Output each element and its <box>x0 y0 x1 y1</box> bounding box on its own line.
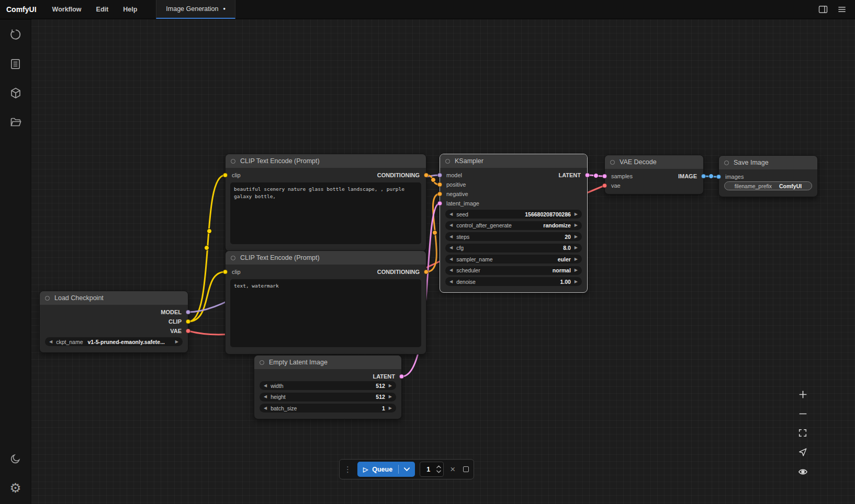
decrement-arrow-icon[interactable]: ◀ <box>449 223 453 227</box>
output-port-conditioning[interactable] <box>424 270 429 274</box>
clear-queue-icon[interactable]: × <box>448 465 457 474</box>
node-save-image[interactable]: Save Image images filename_prefix ComfyU… <box>718 155 818 197</box>
node-header[interactable]: CLIP Text Encode (Prompt) <box>226 154 426 168</box>
output-port-conditioning[interactable] <box>424 173 429 178</box>
widget-batch-size[interactable]: ◀ batch_size 1 ▶ <box>260 404 396 413</box>
link-visibility-eye-icon[interactable] <box>796 466 809 477</box>
prompt-text-area[interactable]: text, watermark <box>230 279 421 347</box>
decrement-arrow-icon[interactable]: ◀ <box>449 257 453 261</box>
drag-handle-icon[interactable]: ⋮ <box>343 465 353 474</box>
output-port-clip[interactable] <box>186 319 190 324</box>
widget-steps[interactable]: ◀ steps 20 ▶ <box>445 232 582 241</box>
increment-arrow-icon[interactable]: ▶ <box>575 246 578 250</box>
settings-gear-icon[interactable]: ⚙ <box>9 481 22 495</box>
increment-arrow-icon[interactable]: ▶ <box>575 280 578 284</box>
queue-button[interactable]: ▷ Queue <box>357 466 398 473</box>
output-port-model[interactable] <box>186 310 190 315</box>
widget-cfg[interactable]: ◀ cfg 8.0 ▶ <box>445 244 582 253</box>
increment-arrow-icon[interactable]: ▶ <box>389 384 392 388</box>
decrement-arrow-icon[interactable]: ◀ <box>449 268 453 272</box>
increment-arrow-icon[interactable]: ▶ <box>575 257 578 261</box>
app-logo[interactable]: ComfyUI <box>0 0 45 19</box>
model-library-icon[interactable] <box>9 86 22 100</box>
menu-edit[interactable]: Edit <box>89 0 116 19</box>
input-port-clip[interactable] <box>223 270 228 274</box>
collapse-dot-icon[interactable] <box>445 159 450 164</box>
theme-moon-icon[interactable] <box>9 452 22 465</box>
workflows-folder-icon[interactable] <box>9 116 22 129</box>
input-port-latent-image[interactable] <box>437 201 442 206</box>
node-header[interactable]: Load Checkpoint <box>40 291 188 305</box>
decrement-arrow-icon[interactable]: ◀ <box>49 340 52 344</box>
menu-help[interactable]: Help <box>116 0 144 19</box>
node-empty-latent-image[interactable]: Empty Latent Image LATENT ◀ width 512 ▶ … <box>254 355 402 419</box>
input-port-negative[interactable] <box>437 192 442 197</box>
fit-view-icon[interactable] <box>796 427 809 439</box>
widget-seed[interactable]: ◀ seed 156680208700286 ▶ <box>445 210 582 219</box>
widget-ckpt-name[interactable]: ◀ ckpt_name v1-5-pruned-emaonly.safete..… <box>45 337 183 346</box>
collapse-dot-icon[interactable] <box>231 256 235 260</box>
tab-image-generation[interactable]: Image Generation ● <box>156 0 235 19</box>
widget-width[interactable]: ◀ width 512 ▶ <box>260 381 396 390</box>
input-port-clip[interactable] <box>223 173 228 178</box>
prompt-text-area[interactable]: beautiful scenery nature glass bottle la… <box>230 182 421 244</box>
zoom-out-icon[interactable] <box>796 408 809 419</box>
increment-arrow-icon[interactable]: ▶ <box>575 235 578 239</box>
zoom-in-icon[interactable] <box>796 388 809 400</box>
widget-scheduler[interactable]: ◀ scheduler normal ▶ <box>445 266 582 275</box>
input-port-model[interactable] <box>437 173 442 178</box>
input-port-images[interactable] <box>716 175 721 179</box>
decrement-arrow-icon[interactable]: ◀ <box>449 235 453 239</box>
node-header[interactable]: CLIP Text Encode (Prompt) <box>226 251 426 265</box>
decrement-arrow-icon[interactable]: ◀ <box>449 280 453 284</box>
collapse-dot-icon[interactable] <box>724 161 729 165</box>
decrement-arrow-icon[interactable]: ◀ <box>449 212 453 216</box>
increment-arrow-icon[interactable]: ▶ <box>175 340 178 344</box>
widget-filename-prefix[interactable]: filename_prefix ComfyUI <box>724 181 812 190</box>
node-header[interactable]: KSampler <box>440 154 587 168</box>
output-port-image[interactable] <box>701 174 706 179</box>
count-increment-icon[interactable] <box>436 465 441 468</box>
input-port-vae[interactable] <box>602 184 607 188</box>
graph-canvas[interactable]: Load Checkpoint MODEL CLIP VAE ◀ ckpt_na… <box>31 19 855 504</box>
node-vae-decode[interactable]: VAE Decode samples IMAGE vae <box>604 155 704 194</box>
node-header[interactable]: Empty Latent Image <box>254 356 401 369</box>
decrement-arrow-icon[interactable]: ◀ <box>264 395 267 399</box>
increment-arrow-icon[interactable]: ▶ <box>389 406 392 410</box>
count-decrement-icon[interactable] <box>436 470 441 473</box>
queue-options-chevron-icon[interactable] <box>399 467 415 472</box>
decrement-arrow-icon[interactable]: ◀ <box>449 246 453 250</box>
navigate-arrow-icon[interactable] <box>796 446 809 458</box>
increment-arrow-icon[interactable]: ▶ <box>389 395 392 399</box>
widget-sampler-name[interactable]: ◀ sampler_name euler ▶ <box>445 255 582 264</box>
node-header[interactable]: Save Image <box>719 156 817 169</box>
history-icon[interactable] <box>9 28 22 41</box>
node-header[interactable]: VAE Decode <box>605 155 703 169</box>
widget-denoise[interactable]: ◀ denoise 1.00 ▶ <box>445 277 582 286</box>
decrement-arrow-icon[interactable]: ◀ <box>264 406 267 410</box>
node-clip-text-encode-negative[interactable]: CLIP Text Encode (Prompt) clip CONDITION… <box>225 250 426 354</box>
menu-workflow[interactable]: Workflow <box>45 0 89 19</box>
collapse-dot-icon[interactable] <box>610 160 615 165</box>
hamburger-menu-icon[interactable] <box>834 2 850 17</box>
widget-control-after-generate[interactable]: ◀ control_after_generate randomize ▶ <box>445 221 582 230</box>
collapse-dot-icon[interactable] <box>231 159 235 164</box>
output-port-latent[interactable] <box>399 374 404 379</box>
collapse-dot-icon[interactable] <box>45 296 50 301</box>
increment-arrow-icon[interactable]: ▶ <box>575 212 578 216</box>
batch-count-input[interactable]: 1 <box>420 462 444 477</box>
collapse-dot-icon[interactable] <box>260 360 264 365</box>
node-clip-text-encode-positive[interactable]: CLIP Text Encode (Prompt) clip CONDITION… <box>225 154 426 251</box>
increment-arrow-icon[interactable]: ▶ <box>575 268 578 272</box>
panel-toggle-icon[interactable] <box>815 2 831 17</box>
output-port-vae[interactable] <box>186 329 190 334</box>
queue-list-icon[interactable] <box>9 57 22 71</box>
widget-height[interactable]: ◀ height 512 ▶ <box>260 393 396 402</box>
stop-icon[interactable] <box>463 466 469 472</box>
output-port-latent[interactable] <box>585 173 590 178</box>
input-port-samples[interactable] <box>602 174 607 179</box>
node-ksampler[interactable]: KSampler model LATENT positive negative … <box>440 154 588 293</box>
node-load-checkpoint[interactable]: Load Checkpoint MODEL CLIP VAE ◀ ckpt_na… <box>39 291 188 353</box>
input-port-positive[interactable] <box>437 182 442 187</box>
decrement-arrow-icon[interactable]: ◀ <box>264 384 267 388</box>
